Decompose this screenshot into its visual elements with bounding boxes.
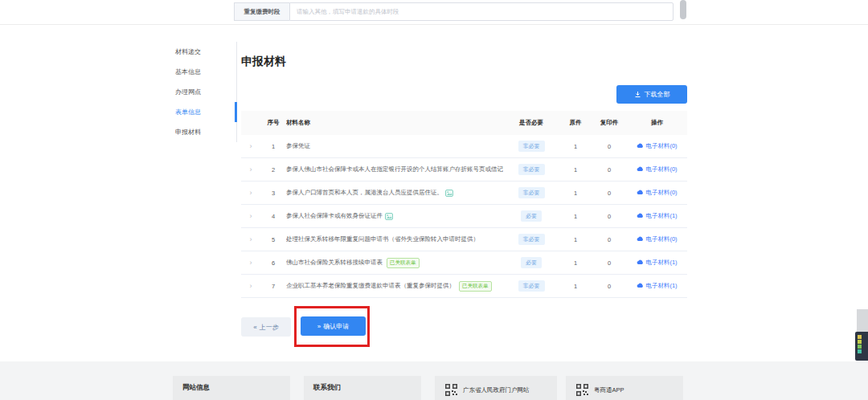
- vertical-scrollbar[interactable]: [857, 309, 868, 332]
- sidebar-item-material-submission[interactable]: 材料递交: [175, 42, 235, 62]
- sidebar-divider: [236, 42, 237, 142]
- footer-contact-us-block: 联系我们: [304, 376, 421, 400]
- qr-code-icon: [575, 383, 589, 397]
- expand-chevron-icon[interactable]: ›: [241, 236, 260, 243]
- footer-contact-us-link[interactable]: 联系我们: [313, 383, 341, 393]
- row-number: 2: [260, 166, 286, 173]
- material-name: 企业职工基本养老保险重复缴费退款申请表（重复参保时提供）已关联表单: [286, 281, 503, 292]
- material-name: 佛山市社会保险关系转移接续申请表已关联表单: [286, 258, 503, 268]
- sidebar-item-form-info[interactable]: 表单信息: [175, 102, 235, 122]
- table-row: ›1参保凭证非必要10电子材料(0): [241, 135, 687, 158]
- electronic-material-link[interactable]: 电子材料(0): [637, 165, 677, 173]
- materials-table-body: ›1参保凭证非必要10电子材料(0)›2参保人佛山市社会保障卡或本人在指定银行开…: [241, 135, 687, 298]
- electronic-material-link[interactable]: 电子材料(0): [637, 142, 677, 150]
- action-cell: 电子材料(0): [627, 189, 687, 198]
- expand-chevron-icon[interactable]: ›: [241, 259, 260, 267]
- previous-step-label: 上一步: [260, 323, 279, 332]
- table-row: ›7企业职工基本养老保险重复缴费退款申请表（重复参保时提供）已关联表单非必要10…: [241, 275, 687, 298]
- expand-chevron-icon[interactable]: ›: [241, 283, 260, 290]
- scrollbar-thumb[interactable]: [680, 0, 686, 19]
- required-cell: 非必要: [503, 187, 559, 198]
- action-cell: 电子材料(0): [627, 165, 687, 174]
- table-row: ›2参保人佛山市社会保障卡或本人在指定银行开设的个人结算账户存折账号页或借记卡非…: [241, 158, 687, 182]
- row-number: 3: [260, 190, 286, 197]
- header-seq: 序号: [260, 119, 286, 127]
- original-count: 1: [559, 236, 592, 243]
- expand-chevron-icon[interactable]: ›: [241, 213, 260, 220]
- footer-gov-portal-block[interactable]: 广东省人民政府门户网站: [435, 376, 557, 400]
- header-original: 原件: [559, 119, 592, 127]
- material-name: 参保人户口簿首页和本人页，属港澳台人员应提供居住证。: [286, 189, 503, 197]
- header-required: 是否必要: [503, 119, 559, 127]
- material-name: 处理社保关系转移年限重复问题申请书（省外失业保险转入申请时提供）: [286, 235, 503, 243]
- required-cell: 必要: [503, 257, 559, 268]
- electronic-material-link[interactable]: 电子材料(1): [637, 259, 677, 267]
- confirm-application-button[interactable]: » 确认申请: [301, 316, 366, 336]
- sidebar-item-declared-materials[interactable]: 申报材料: [175, 122, 235, 142]
- required-badge: 必要: [521, 210, 542, 222]
- floating-toolbar-widget[interactable]: [855, 332, 868, 361]
- expand-chevron-icon[interactable]: ›: [241, 166, 260, 173]
- table-row: ›5处理社保关系转移年限重复问题申请书（省外失业保险转入申请时提供）非必要10电…: [241, 228, 687, 251]
- original-count: 1: [559, 190, 592, 197]
- required-badge: 非必要: [518, 141, 545, 152]
- page-title: 申报材料: [241, 55, 286, 69]
- qr-code-icon: [444, 383, 458, 397]
- linked-form-tag: 已关联表单: [387, 258, 420, 268]
- table-row: ›3参保人户口簿首页和本人页，属港澳台人员应提供居住证。非必要10电子材料(0): [241, 182, 687, 205]
- section-divider: [0, 24, 868, 25]
- required-cell: 非必要: [503, 234, 559, 245]
- header-action: 操作: [627, 119, 687, 127]
- footer-site-info-link[interactable]: 网站信息: [182, 383, 210, 393]
- original-count: 1: [559, 283, 592, 290]
- widget-color-square: [858, 349, 862, 353]
- original-count: 1: [559, 259, 592, 267]
- action-cell: 电子材料(0): [627, 235, 687, 244]
- original-count: 1: [559, 143, 592, 150]
- required-cell: 非必要: [503, 164, 559, 175]
- sidebar-item-basic-info[interactable]: 基本信息: [175, 62, 235, 82]
- widget-color-square: [858, 335, 862, 339]
- header-material-name: 材料名称: [286, 119, 503, 127]
- download-all-label: 下载全部: [645, 90, 670, 99]
- expand-chevron-icon[interactable]: ›: [241, 143, 260, 150]
- required-cell: 必要: [503, 210, 559, 222]
- footer: 网站信息 联系我们 广东省人民政府门户网站 粤商通APP: [0, 361, 868, 400]
- electronic-material-link[interactable]: 电子材料(0): [637, 189, 677, 197]
- repeat-payment-period-input[interactable]: [289, 2, 674, 21]
- footer-yueshangtong-app-label: 粤商通APP: [594, 386, 624, 394]
- required-badge: 非必要: [518, 164, 545, 175]
- copy-count: 0: [592, 259, 627, 267]
- download-all-button[interactable]: 下载全部: [616, 85, 687, 104]
- action-cell: 电子材料(1): [627, 212, 687, 221]
- material-name: 参保人社会保障卡或有效身份证证件: [286, 212, 503, 220]
- expand-chevron-icon[interactable]: ›: [241, 190, 260, 197]
- action-cell: 电子材料(1): [627, 282, 687, 291]
- material-name: 参保凭证: [286, 142, 503, 150]
- footer-site-info-block: 网站信息: [173, 376, 290, 400]
- row-number: 5: [260, 236, 286, 243]
- electronic-material-link[interactable]: 电子材料(1): [637, 212, 677, 220]
- sidebar-item-service-outlet[interactable]: 办理网点: [175, 82, 235, 102]
- required-badge: 必要: [521, 257, 542, 268]
- previous-step-button[interactable]: « 上一步: [241, 317, 291, 337]
- copy-count: 0: [592, 143, 627, 150]
- footer-yueshangtong-app-block[interactable]: 粤商通APP: [566, 376, 683, 400]
- electronic-material-link[interactable]: 电子材料(1): [637, 282, 677, 290]
- cloud-download-icon: [637, 190, 644, 195]
- table-header-row: 序号 材料名称 是否必要 原件 复印件 操作: [241, 111, 687, 135]
- sample-image-icon: [385, 213, 393, 220]
- original-count: 1: [559, 166, 592, 173]
- copy-count: 0: [592, 190, 627, 197]
- cloud-download-icon: [637, 259, 644, 265]
- widget-color-square: [858, 340, 862, 344]
- action-cell: 电子材料(0): [627, 142, 687, 151]
- material-name: 参保人佛山市社会保障卡或本人在指定银行开设的个人结算账户存折账号页或借记卡: [286, 165, 503, 173]
- copy-count: 0: [592, 213, 627, 220]
- page: 重复缴费时段 材料递交 基本信息 办理网点 表单信息 申报材料 申报材料 下载全…: [0, 0, 868, 400]
- double-chevron-left-icon: «: [253, 324, 256, 331]
- cloud-download-icon: [637, 236, 644, 242]
- materials-table: 序号 材料名称 是否必要 原件 复印件 操作 ›1参保凭证非必要10电子材料(0…: [241, 111, 687, 298]
- electronic-material-link[interactable]: 电子材料(0): [637, 235, 677, 243]
- cloud-download-icon: [637, 143, 644, 149]
